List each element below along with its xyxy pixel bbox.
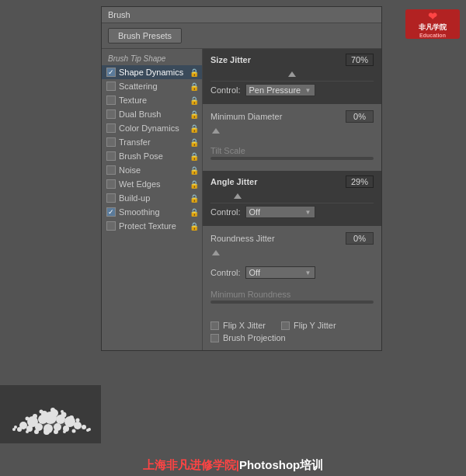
control3-label: Control: <box>210 268 241 277</box>
brush-preview-area <box>0 385 101 443</box>
min-roundness-section: Minimum Roundness <box>203 288 381 314</box>
checkbox-build-up[interactable] <box>106 193 116 203</box>
checkbox-smoothing[interactable]: ✓ <box>106 207 116 217</box>
svg-point-17 <box>34 429 39 434</box>
size-jitter-label: Size Jitter <box>210 55 251 64</box>
sidebar-label-scattering: Scattering <box>119 82 158 91</box>
checkbox-noise[interactable] <box>106 165 116 175</box>
checkbox-texture[interactable] <box>106 96 116 105</box>
lock-icon-scattering: 🔒 <box>190 82 199 91</box>
control1-label: Control: <box>210 85 241 95</box>
divider2 <box>210 203 374 203</box>
brush-content: Size Jitter 70% Control: Pen Pressure ▼ <box>203 49 381 350</box>
checkbox-dual-brush[interactable] <box>106 109 116 119</box>
brush-panel: Brush Brush Presets Brush Tip Shape ✓ Sh… <box>101 6 382 351</box>
angle-jitter-label: Angle Jitter <box>210 177 258 186</box>
lock-icon-protect-texture: 🔒 <box>190 222 199 231</box>
size-jitter-slider-thumb[interactable] <box>288 71 296 77</box>
sidebar-label-build-up: Build-up <box>119 193 150 203</box>
roundness-jitter-label: Roundness Jitter <box>210 234 346 243</box>
checkbox-color-dynamics[interactable] <box>106 123 116 133</box>
sidebar-item-build-up[interactable]: Build-up 🔒 <box>102 191 202 205</box>
checkmark-icon: ✓ <box>108 68 114 76</box>
sidebar-item-smoothing[interactable]: ✓ Smoothing 🔒 <box>102 205 202 219</box>
roundness-jitter-section: Roundness Jitter 0% <box>203 228 381 262</box>
sidebar-label-dual-brush: Dual Brush <box>119 109 161 119</box>
svg-point-14 <box>82 425 86 429</box>
checkbox-protect-texture[interactable] <box>106 221 116 231</box>
min-diameter-label: Minimum Diameter <box>210 112 346 121</box>
sidebar-item-shape-dynamics[interactable]: ✓ Shape Dynamics 🔒 <box>102 65 202 79</box>
panel-title: Brush <box>102 7 381 23</box>
control2-arrow-icon: ▼ <box>305 209 311 216</box>
tilt-scale-label: Tilt Scale <box>210 146 245 155</box>
control2-select[interactable]: Off ▼ <box>245 206 315 218</box>
svg-point-19 <box>54 429 58 434</box>
sidebar-item-scattering[interactable]: Scattering 🔒 <box>102 79 202 93</box>
svg-point-29 <box>69 415 74 420</box>
svg-point-20 <box>26 430 29 433</box>
sidebar-item-transfer[interactable]: Transfer 🔒 <box>102 135 202 149</box>
svg-point-18 <box>43 429 50 435</box>
control3-select[interactable]: Off ▼ <box>245 266 315 279</box>
svg-point-23 <box>12 428 16 431</box>
sidebar-label-texture: Texture <box>119 96 147 105</box>
sidebar-label-shape-dynamics: Shape Dynamics <box>119 68 183 77</box>
sidebar-label-brush-pose: Brush Pose <box>119 151 163 161</box>
angle-control-row: Control: Off ▼ <box>210 206 374 218</box>
svg-point-7 <box>74 422 82 429</box>
sidebar-item-texture[interactable]: Texture 🔒 <box>102 93 202 107</box>
lock-icon-shape-dynamics: 🔒 <box>190 68 199 77</box>
angle-jitter-thumb[interactable] <box>234 193 242 199</box>
control1-arrow-icon: ▼ <box>305 87 311 94</box>
svg-point-25 <box>33 414 37 419</box>
sidebar-item-protect-texture[interactable]: Protect Texture 🔒 <box>102 219 202 233</box>
sidebar-label-color-dynamics: Color Dynamics <box>119 123 179 133</box>
sidebar-label-noise: Noise <box>119 165 141 175</box>
svg-point-21 <box>63 430 66 433</box>
watermark-top: ❤ 非凡学院 Education <box>405 9 460 39</box>
min-diameter-row: Minimum Diameter 0% <box>210 110 374 123</box>
divider1 <box>210 81 374 82</box>
min-diameter-thumb[interactable] <box>212 128 220 134</box>
brush-projection-checkbox[interactable] <box>210 334 219 342</box>
checkbox-shape-dynamics[interactable]: ✓ <box>106 68 116 77</box>
checkbox-transfer[interactable] <box>106 137 116 147</box>
lock-icon-dual-brush: 🔒 <box>190 110 199 119</box>
watermark-text1: 非凡学院 <box>419 23 447 33</box>
lock-icon-wet-edges: 🔒 <box>190 180 199 189</box>
size-jitter-value: 70% <box>346 54 374 66</box>
sidebar-label-transfer: Transfer <box>119 137 151 147</box>
flip-y-checkbox[interactable] <box>281 321 290 330</box>
flip-y-label: Flip Y Jitter <box>294 321 336 330</box>
size-jitter-control-row: Control: Pen Pressure ▼ <box>210 84 374 96</box>
flip-x-label: Flip X Jitter <box>223 321 266 330</box>
panel-body: Brush Tip Shape ✓ Shape Dynamics 🔒 Scatt… <box>102 49 381 350</box>
bottom-watermark-white: Photoshop培训 <box>239 458 323 471</box>
control1-select[interactable]: Pen Pressure ▼ <box>245 84 315 96</box>
tilt-scale-track[interactable] <box>210 157 374 160</box>
roundness-jitter-value: 0% <box>346 232 374 245</box>
sidebar-item-noise[interactable]: Noise 🔒 <box>102 163 202 177</box>
flip-row: Flip X Jitter Flip Y Jitter <box>210 321 374 330</box>
lock-icon-brush-pose: 🔒 <box>190 152 199 161</box>
min-roundness-track[interactable] <box>210 301 374 304</box>
sidebar-item-wet-edges[interactable]: Wet Edges 🔒 <box>102 177 202 191</box>
control2-label: Control: <box>210 207 241 217</box>
brush-sidebar: Brush Tip Shape ✓ Shape Dynamics 🔒 Scatt… <box>102 49 203 350</box>
angle-jitter-section: Angle Jitter 29% Control: Off ▼ <box>203 171 381 226</box>
watermark-icon: ❤ <box>428 10 437 23</box>
sidebar-item-brush-pose[interactable]: Brush Pose 🔒 <box>102 149 202 163</box>
svg-point-30 <box>26 417 30 421</box>
svg-point-32 <box>40 410 43 414</box>
checkbox-wet-edges[interactable] <box>106 179 116 189</box>
checkbox-brush-pose[interactable] <box>106 151 116 161</box>
brush-presets-button[interactable]: Brush Presets <box>108 28 182 43</box>
sidebar-label-smoothing: Smoothing <box>119 207 160 217</box>
roundness-jitter-thumb[interactable] <box>212 250 220 255</box>
flip-x-checkbox[interactable] <box>210 321 219 330</box>
checkbox-scattering[interactable] <box>106 82 116 91</box>
tilt-scale-section: Tilt Scale <box>203 143 381 169</box>
sidebar-item-color-dynamics[interactable]: Color Dynamics 🔒 <box>102 121 202 135</box>
sidebar-item-dual-brush[interactable]: Dual Brush 🔒 <box>102 107 202 121</box>
